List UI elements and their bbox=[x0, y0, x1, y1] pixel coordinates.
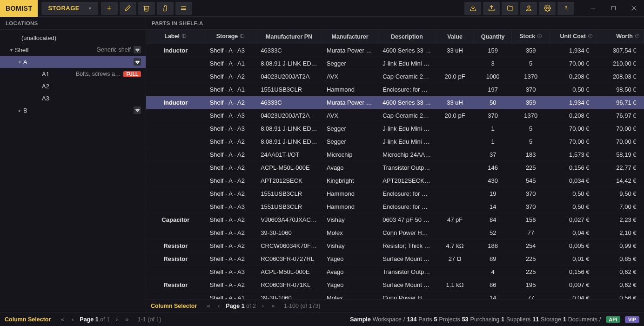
column-header[interactable]: Stock bbox=[512, 30, 550, 44]
footer-pager-next-icon[interactable]: › bbox=[112, 316, 122, 323]
cell bbox=[436, 83, 474, 96]
row-menu-icon[interactable] bbox=[134, 58, 141, 66]
table-row[interactable]: Shelf - A - A38.08.91 J-LINK EDU…SeggerJ… bbox=[146, 122, 644, 135]
cell: 14 bbox=[474, 200, 512, 213]
column-header[interactable]: Label bbox=[146, 30, 205, 44]
table-row[interactable]: Shelf - A - A204023U200JAT2AAVXCap Ceram… bbox=[146, 70, 644, 83]
cell: Resistor; Thick Fil… bbox=[378, 239, 436, 252]
table-row[interactable]: Shelf - A - A18.08.91 J-LINK EDU…SeggerJ… bbox=[146, 57, 644, 70]
table-row[interactable]: ResistorShelf - A - A2RC0603FR-071KLYage… bbox=[146, 278, 644, 291]
column-header[interactable]: Manufacturer bbox=[322, 30, 378, 44]
move-button[interactable] bbox=[157, 2, 174, 15]
tree-row[interactable]: ▾A bbox=[0, 56, 146, 68]
column-header[interactable]: Value bbox=[436, 30, 474, 44]
row-menu-icon[interactable] bbox=[134, 46, 141, 53]
table-row[interactable]: Shelf - A - A239-30-1060MolexConn Power … bbox=[146, 226, 644, 239]
menu-button[interactable] bbox=[175, 2, 192, 15]
delete-button[interactable] bbox=[138, 2, 155, 15]
cell: 39-30-1060 bbox=[256, 291, 322, 299]
add-button[interactable] bbox=[101, 2, 118, 15]
settings-button[interactable] bbox=[539, 2, 556, 15]
expander-icon[interactable]: ▸ bbox=[16, 108, 23, 113]
table-row[interactable]: ResistorShelf - A - A2RC0603FR-0727RLYag… bbox=[146, 252, 644, 265]
cell: 5 bbox=[512, 57, 550, 70]
close-button[interactable] bbox=[624, 0, 644, 17]
cell: Shelf - A - A2 bbox=[205, 135, 256, 148]
cell: 46333C bbox=[256, 44, 322, 57]
parts-table-wrap[interactable]: LabelStorageManufacturer PNManufacturerD… bbox=[146, 30, 644, 299]
column-header[interactable]: Manufacturer PN bbox=[256, 30, 322, 44]
footer-column-selector[interactable]: Column Selector bbox=[5, 316, 51, 323]
table-row[interactable]: Shelf - A - A28.08.91 J-LINK EDU…SeggerJ… bbox=[146, 135, 644, 148]
edit-button[interactable] bbox=[120, 2, 136, 15]
cell: CRCW06034K70FK… bbox=[256, 239, 322, 252]
cell: 8.08.91 J-LINK EDU… bbox=[256, 57, 322, 70]
vip-badge[interactable]: VIP bbox=[625, 316, 639, 323]
table-row[interactable]: Shelf - A - A224AA01T-I/OTMicrochipMicro… bbox=[146, 148, 644, 161]
cell: Murata Power S… bbox=[322, 96, 378, 109]
footer-pager-prev-icon[interactable]: ‹ bbox=[67, 316, 78, 323]
table-row[interactable]: Shelf - A - A3ACPL-M50L-000EAvagoTransis… bbox=[146, 265, 644, 278]
cell: 77 bbox=[512, 226, 550, 239]
column-header[interactable]: Unit Cost bbox=[550, 30, 597, 44]
column-header[interactable]: Description bbox=[378, 30, 436, 44]
cell: Microchip bbox=[322, 148, 378, 161]
cell bbox=[436, 200, 474, 213]
row-menu-icon[interactable] bbox=[134, 106, 141, 114]
table-row[interactable]: Shelf - A - A2ACPL-M50L-000EAvagoTransis… bbox=[146, 161, 644, 174]
expander-icon[interactable]: ▾ bbox=[16, 60, 23, 65]
cell: Molex bbox=[322, 291, 378, 299]
cell bbox=[436, 148, 474, 161]
footer-pager-first-icon[interactable]: « bbox=[57, 316, 67, 323]
table-row[interactable]: Shelf - A - A11551USB3CLRHammondEnclosur… bbox=[146, 83, 644, 96]
cell: 0,208 € bbox=[550, 109, 597, 122]
cell: Shelf - A - A3 bbox=[205, 44, 256, 57]
api-badge[interactable]: API bbox=[606, 316, 621, 323]
cell: 4.7 kΩ bbox=[436, 239, 474, 252]
footer-pager-last-icon[interactable]: » bbox=[122, 316, 132, 323]
import-button[interactable] bbox=[464, 2, 481, 15]
pager-prev-icon[interactable]: ‹ bbox=[214, 303, 224, 309]
cell: Shelf - A - A3 bbox=[205, 109, 256, 122]
table-row[interactable]: InductorShelf - A - A246333CMurata Power… bbox=[146, 96, 644, 109]
folder-button[interactable] bbox=[502, 2, 518, 15]
help-icon bbox=[537, 33, 542, 40]
cell: 2,23 € bbox=[597, 213, 644, 226]
user-button[interactable] bbox=[520, 2, 537, 15]
table-row[interactable]: Shelf - A - A304023U200JAT2AAVXCap Ceram… bbox=[146, 109, 644, 122]
cell: 0,156 € bbox=[550, 265, 597, 278]
table-row[interactable]: Shelf - A - A2APT2012SECKKingbrightAPT20… bbox=[146, 174, 644, 187]
cell: Shelf - A - A2 bbox=[205, 174, 256, 187]
tree-row[interactable]: A1Bolts, screws a…FULL bbox=[0, 68, 146, 80]
tree-row[interactable]: ▸B bbox=[0, 104, 146, 116]
table-row[interactable]: Shelf - A - A21551USB3CLRHammondEnclosur… bbox=[146, 187, 644, 200]
expander-icon[interactable]: ▾ bbox=[7, 47, 15, 53]
context-selector[interactable]: STORAGE ▾ bbox=[41, 2, 98, 15]
help-button[interactable] bbox=[557, 2, 574, 15]
column-header[interactable]: Worth bbox=[597, 30, 644, 44]
column-header[interactable]: Storage bbox=[205, 30, 256, 44]
cell: Segger bbox=[322, 57, 378, 70]
table-row[interactable]: InductorShelf - A - A346333CMurata Power… bbox=[146, 44, 644, 57]
cell: 04023U200JAT2A bbox=[256, 109, 322, 122]
table-row[interactable]: Shelf - A - A139-30-1060MolexConn Power … bbox=[146, 291, 644, 299]
cell: 359 bbox=[512, 44, 550, 57]
cell: 46333C bbox=[256, 96, 322, 109]
tree-row[interactable]: A3 bbox=[0, 92, 146, 104]
table-row[interactable]: CapacitorShelf - A - A2VJ0603A470JXACW…V… bbox=[146, 213, 644, 226]
table-row[interactable]: ResistorShelf - A - A2CRCW06034K70FK…Vis… bbox=[146, 239, 644, 252]
column-header[interactable]: Quantity bbox=[474, 30, 512, 44]
pager-last-icon[interactable]: » bbox=[268, 303, 278, 309]
cell: 0,04 € bbox=[550, 226, 597, 239]
export-button[interactable] bbox=[483, 2, 500, 15]
pager-next-icon[interactable]: › bbox=[258, 303, 268, 309]
tree-row[interactable]: (unallocated) bbox=[0, 32, 146, 44]
maximize-button[interactable] bbox=[603, 0, 624, 17]
cell bbox=[146, 187, 205, 200]
tree-row[interactable]: A2 bbox=[0, 80, 146, 92]
pager-first-icon[interactable]: « bbox=[203, 303, 214, 309]
minimize-button[interactable] bbox=[583, 0, 603, 17]
tree-row[interactable]: ▾ShelfGeneric shelf bbox=[0, 44, 146, 56]
table-row[interactable]: Shelf - A - A31551USB3CLRHammondEnclosur… bbox=[146, 200, 644, 213]
column-selector-button[interactable]: Column Selector bbox=[151, 303, 197, 309]
